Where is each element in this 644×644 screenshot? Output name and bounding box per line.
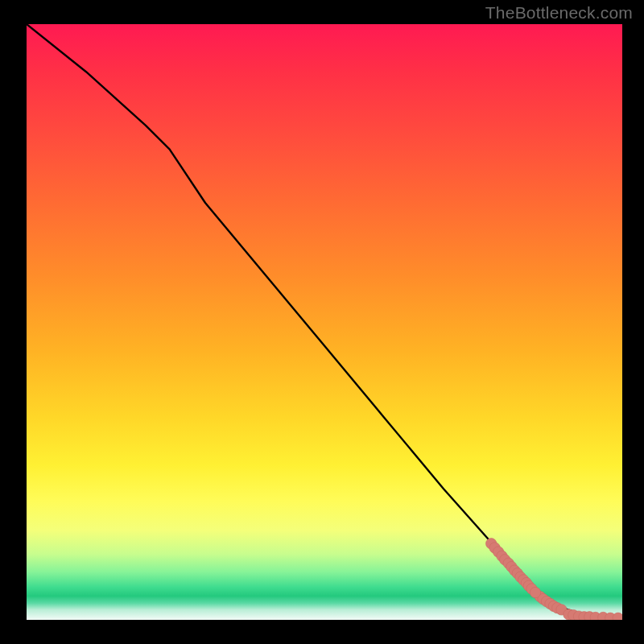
plot-area <box>27 24 622 620</box>
chart-overlay <box>27 24 622 620</box>
watermark-text: TheBottleneck.com <box>485 3 633 23</box>
data-point <box>613 613 622 620</box>
data-point <box>530 587 540 597</box>
chart-frame: TheBottleneck.com <box>0 0 644 644</box>
bottleneck-curve <box>27 24 622 618</box>
data-markers <box>486 539 623 620</box>
